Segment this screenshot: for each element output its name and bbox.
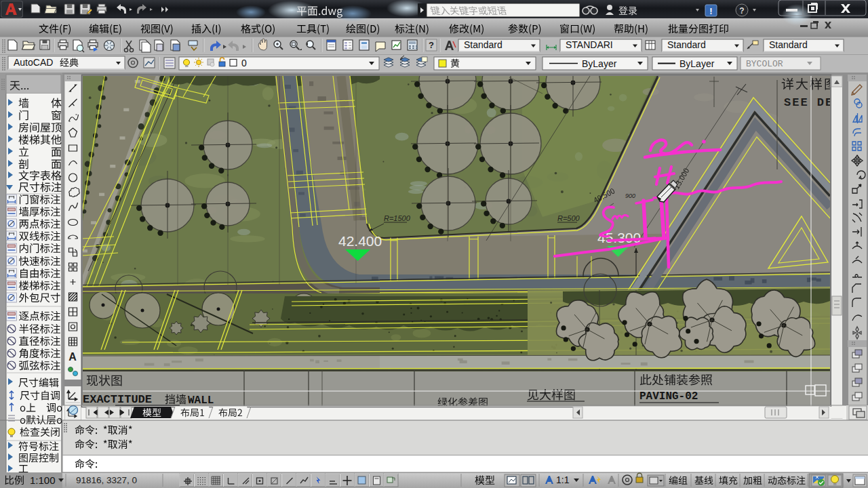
svg-text:91816, 3327, 0: 91816, 3327, 0 [76, 475, 137, 485]
svg-text:1:100: 1:100 [30, 474, 56, 486]
svg-text:ByLayer: ByLayer [582, 58, 617, 69]
svg-text:0: 0 [241, 58, 247, 68]
svg-text:STANDARI: STANDARI [566, 39, 613, 50]
svg-text:Standard: Standard [769, 39, 808, 50]
svg-text:Standard: Standard [464, 39, 502, 50]
svg-text:ByLayer: ByLayer [679, 58, 715, 69]
svg-text:?: ? [739, 6, 744, 16]
svg-text:1:1: 1:1 [556, 474, 570, 485]
svg-text:!: ! [709, 6, 712, 16]
svg-text:BYCOLOR: BYCOLOR [746, 59, 783, 69]
svg-text:Standard: Standard [667, 39, 706, 50]
svg-text:?: ? [429, 40, 434, 50]
svg-text:AutoCAD: AutoCAD [14, 57, 53, 68]
svg-text:A: A [68, 351, 77, 363]
